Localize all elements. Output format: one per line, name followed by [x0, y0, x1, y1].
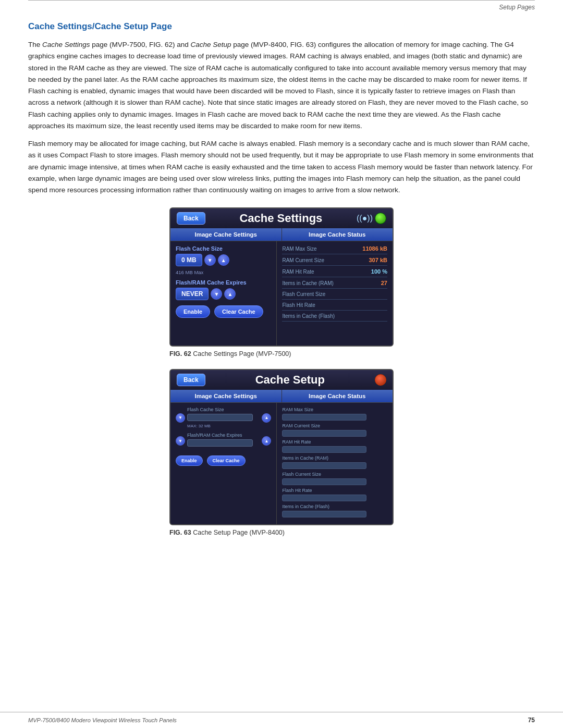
flash-cache-down-8400[interactable]: ▼	[176, 413, 185, 423]
items-cache-ram-value: 27	[356, 280, 387, 286]
ram-hit-row-8400: RAM Hit Rate	[282, 439, 387, 453]
items-cache-flash-bar-8400	[282, 511, 366, 517]
body-paragraph-2: Flash memory may be allocated for image …	[28, 138, 535, 196]
content-area: Cache Settings/Cache Setup Page The Cach…	[0, 11, 563, 578]
page-footer: MVP-7500/8400 Modero Viewpoint Wireless …	[0, 712, 563, 728]
flash-hit-row: Flash Hit Rate	[282, 302, 387, 311]
expires-down-8400[interactable]: ▼	[176, 436, 185, 446]
status-dot-red	[375, 374, 386, 386]
figure-62-caption: FIG. 62 Cache Settings Page (MVP-7500)	[169, 350, 394, 357]
action-buttons-8400: Enable Clear Cache	[176, 455, 271, 466]
section-title: Cache Settings/Cache Setup Page	[28, 21, 535, 32]
action-buttons: Enable Clear Cache	[176, 305, 271, 318]
panel-8400-title: Cache Setup	[205, 373, 375, 387]
panel-7500-left: Flash Cache Size 0 MB ▼ ▲ 416 MB Max Fla…	[170, 241, 277, 346]
items-cache-flash-label: Items in Cache (Flash)	[282, 313, 356, 319]
panel-7500-right: RAM Max Size 11086 kB RAM Current Size 3…	[277, 241, 393, 346]
items-cache-ram-row: Items in Cache (RAM) 27	[282, 280, 387, 289]
flash-cache-value-row: 0 MB ▼ ▲	[176, 254, 271, 266]
items-cache-flash-row: Items in Cache (Flash)	[282, 313, 387, 322]
ram-current-value: 307 kB	[356, 257, 387, 263]
items-cache-ram-label-8400: Items in Cache (RAM)	[282, 455, 387, 461]
expires-bar-8400	[187, 439, 253, 447]
panel-7500-body: Flash Cache Size 0 MB ▼ ▲ 416 MB Max Fla…	[170, 241, 393, 346]
ram-current-label: RAM Current Size	[282, 257, 356, 263]
ram-current-row-8400: RAM Current Size	[282, 423, 387, 437]
page-container: Setup Pages Cache Settings/Cache Setup P…	[0, 0, 563, 728]
flash-cache-up-btn[interactable]: ▲	[218, 254, 229, 266]
panel-7500-tabs: Image Cache Settings Image Cache Status	[170, 228, 393, 241]
enable-button-8400[interactable]: Enable	[176, 455, 203, 466]
fig62-label: FIG. 62	[169, 350, 191, 357]
panel-8400-tabs: Image Cache Settings Image Cache Status	[170, 390, 393, 403]
panel-7500: Back Cache Settings ((●)) Image Cache Se…	[169, 207, 394, 347]
ram-max-label: RAM Max Size	[282, 246, 356, 252]
flash-cache-label-8400: Flash Cache Size	[187, 407, 260, 412]
ram-max-row-8400: RAM Max Size	[282, 407, 387, 421]
header-label: Setup Pages	[0, 1, 563, 11]
body-paragraph-1: The Cache Settings page (MVP-7500, FIG. …	[28, 39, 535, 132]
figure-62-container: Back Cache Settings ((●)) Image Cache Se…	[28, 207, 535, 357]
flash-cache-max-8400: MAX: 32 MB	[187, 424, 260, 428]
fig63-caption-text: Cache Setup Page (MVP-8400)	[193, 529, 285, 536]
panel-8400-body: ▼ Flash Cache Size MAX: 32 MB ▲ ▼ F	[170, 403, 393, 524]
footer-left-text: MVP-7500/8400 Modero Viewpoint Wireless …	[28, 717, 177, 723]
flash-hit-label-8400: Flash Hit Rate	[282, 488, 387, 493]
never-value-row: NEVER ▼ ▲	[176, 288, 271, 300]
enable-button-7500[interactable]: Enable	[176, 305, 210, 318]
clear-cache-button-7500[interactable]: Clear Cache	[214, 305, 263, 318]
ram-current-bar-8400	[282, 430, 366, 437]
flash-current-row: Flash Current Size	[282, 291, 387, 300]
flash-cache-value: 0 MB	[176, 254, 202, 266]
ram-hit-label-8400: RAM Hit Rate	[282, 439, 387, 445]
expires-up-btn[interactable]: ▲	[224, 288, 236, 300]
panel-7500-title: Cache Settings	[205, 212, 357, 225]
wifi-icon: ((●))	[357, 214, 373, 223]
flash-hit-bar-8400	[282, 495, 366, 501]
tab-image-cache-settings-7500[interactable]: Image Cache Settings	[170, 228, 282, 241]
items-cache-flash-label-8400: Items in Cache (Flash)	[282, 504, 387, 509]
items-cache-ram-bar-8400	[282, 462, 366, 469]
ram-hit-row: RAM Hit Rate 100 %	[282, 268, 387, 277]
flash-current-label: Flash Current Size	[282, 291, 356, 297]
back-button-8400[interactable]: Back	[177, 374, 205, 386]
never-value: NEVER	[176, 288, 209, 300]
tab-image-cache-status-7500[interactable]: Image Cache Status	[282, 228, 393, 241]
flash-cache-max-label: 416 MB Max	[176, 269, 271, 275]
flash-cache-down-btn[interactable]: ▼	[204, 254, 216, 266]
flash-ram-expires-label: Flash/RAM Cache Expires	[176, 279, 271, 286]
footer-page-number: 75	[528, 717, 535, 724]
flash-current-bar-8400	[282, 478, 366, 485]
panel-7500-header: Back Cache Settings ((●))	[170, 208, 393, 228]
panel-8400-right: RAM Max Size RAM Current Size RAM Hit Ra…	[277, 403, 393, 524]
flash-cache-bar-8400	[187, 414, 253, 421]
flash-hit-label: Flash Hit Rate	[282, 302, 356, 308]
ram-max-row: RAM Max Size 11086 kB	[282, 245, 387, 254]
figure-63-caption: FIG. 63 Cache Setup Page (MVP-8400)	[169, 529, 394, 536]
clear-cache-button-8400[interactable]: Clear Cache	[207, 455, 246, 466]
items-cache-ram-row-8400: Items in Cache (RAM)	[282, 455, 387, 469]
tab-image-cache-settings-8400[interactable]: Image Cache Settings	[170, 390, 282, 402]
flash-hit-row-8400: Flash Hit Rate	[282, 488, 387, 501]
ram-max-value: 11086 kB	[356, 245, 387, 252]
panel-8400-header: Back Cache Setup	[170, 370, 393, 390]
figure-63-container: Back Cache Setup Image Cache Settings Im…	[28, 369, 535, 536]
ram-hit-value: 100 %	[356, 268, 387, 275]
expires-up-8400[interactable]: ▲	[262, 436, 271, 446]
panel-8400-left: ▼ Flash Cache Size MAX: 32 MB ▲ ▼ F	[170, 403, 277, 524]
ram-hit-label: RAM Hit Rate	[282, 269, 356, 275]
items-cache-flash-row-8400: Items in Cache (Flash)	[282, 504, 387, 517]
flash-cache-size-label: Flash Cache Size	[176, 245, 271, 252]
flash-cache-up-8400[interactable]: ▲	[262, 413, 271, 423]
back-button-7500[interactable]: Back	[177, 212, 205, 225]
tab-image-cache-status-8400[interactable]: Image Cache Status	[282, 390, 393, 402]
items-cache-ram-label: Items in Cache (RAM)	[282, 280, 356, 286]
ram-max-label-8400: RAM Max Size	[282, 407, 387, 412]
ram-max-bar-8400	[282, 414, 366, 421]
panel-8400: Back Cache Setup Image Cache Settings Im…	[169, 369, 394, 525]
expires-down-btn[interactable]: ▼	[211, 288, 222, 300]
ram-current-row: RAM Current Size 307 kB	[282, 257, 387, 266]
fig63-label: FIG. 63	[169, 529, 191, 536]
status-dot-green	[375, 213, 386, 224]
ram-hit-bar-8400	[282, 446, 366, 453]
